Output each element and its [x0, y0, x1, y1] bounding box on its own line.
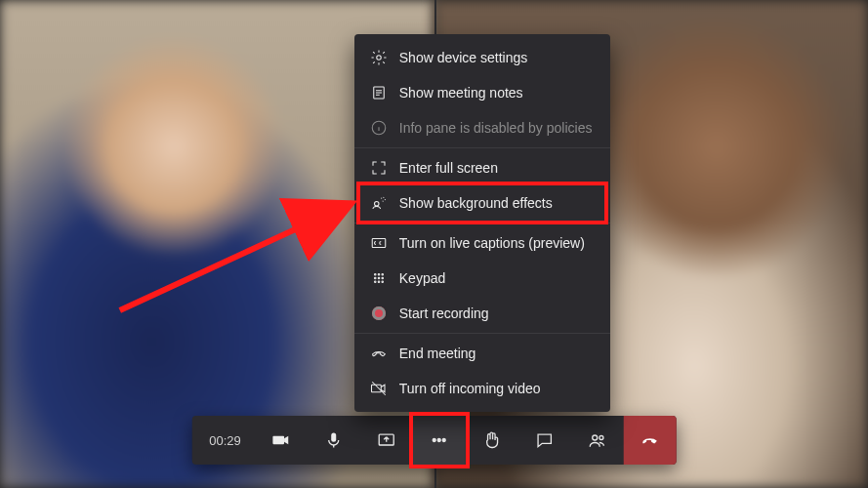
people-icon	[588, 430, 607, 450]
menu-item-full-screen[interactable]: Enter full screen	[354, 150, 610, 185]
background-effects-icon	[370, 194, 388, 212]
svg-rect-0	[331, 433, 336, 442]
svg-point-10	[374, 202, 379, 207]
menu-item-label: Keypad	[399, 270, 445, 286]
menu-item-device-settings[interactable]: Show device settings	[354, 40, 610, 75]
svg-point-6	[599, 436, 603, 440]
chat-icon	[535, 430, 555, 450]
ellipsis-icon	[430, 430, 449, 450]
hand-icon	[482, 430, 502, 450]
mic-toggle-button[interactable]	[308, 416, 360, 465]
svg-point-15	[374, 277, 376, 279]
svg-point-18	[374, 281, 376, 283]
menu-item-label: Show device settings	[399, 50, 528, 65]
notes-icon	[370, 84, 388, 102]
menu-item-live-captions[interactable]: Turn on live captions (preview)	[354, 225, 610, 261]
fullscreen-icon	[370, 159, 388, 177]
svg-point-4	[442, 439, 445, 442]
menu-item-label: Start recording	[399, 305, 489, 321]
menu-item-label: End meeting	[399, 346, 476, 361]
svg-point-17	[382, 277, 384, 279]
end-call-icon	[370, 345, 388, 362]
call-timer: 00:29	[191, 416, 255, 465]
hangup-icon	[641, 430, 660, 450]
video-off-icon	[370, 380, 388, 397]
gear-icon	[370, 49, 388, 66]
svg-point-13	[378, 274, 380, 276]
keypad-icon	[370, 269, 388, 287]
menu-item-start-recording[interactable]: Start recording	[354, 296, 610, 331]
menu-item-label: Enter full screen	[399, 160, 498, 176]
meeting-toolbar: 00:29	[191, 416, 677, 465]
menu-item-end-meeting[interactable]: End meeting	[354, 336, 610, 371]
svg-point-12	[374, 274, 376, 276]
menu-item-label: Info pane is disabled by policies	[399, 120, 593, 136]
raise-hand-button[interactable]	[466, 416, 518, 465]
menu-separator	[354, 147, 610, 148]
camera-toggle-button[interactable]	[255, 416, 308, 465]
menu-item-background-effects[interactable]: Show background effects	[354, 185, 610, 221]
more-actions-button[interactable]	[413, 416, 466, 465]
svg-point-16	[378, 277, 380, 279]
participants-button[interactable]	[571, 416, 624, 465]
menu-item-turn-off-incoming-video[interactable]: Turn off incoming video	[354, 371, 610, 406]
svg-point-7	[377, 56, 382, 61]
menu-item-meeting-notes[interactable]: Show meeting notes	[354, 75, 610, 110]
record-icon	[370, 305, 388, 322]
svg-point-5	[593, 435, 598, 440]
camera-icon	[271, 430, 291, 450]
share-screen-button[interactable]	[360, 416, 413, 465]
menu-item-label: Show background effects	[399, 195, 553, 211]
menu-separator	[354, 333, 610, 334]
svg-point-2	[433, 439, 435, 442]
cc-icon	[370, 234, 388, 252]
menu-item-label: Show meeting notes	[399, 85, 523, 101]
hang-up-button[interactable]	[624, 416, 677, 465]
svg-point-3	[437, 439, 440, 442]
chat-button[interactable]	[518, 416, 571, 465]
menu-item-label: Turn off incoming video	[399, 381, 541, 396]
menu-item-info-pane-disabled: Info pane is disabled by policies	[354, 110, 610, 145]
menu-item-keypad[interactable]: Keypad	[354, 261, 610, 296]
menu-item-label: Turn on live captions (preview)	[399, 235, 585, 251]
svg-point-20	[382, 281, 384, 283]
menu-separator	[354, 223, 610, 224]
info-icon	[370, 119, 388, 137]
more-actions-menu: Show device settings Show meeting notes …	[354, 34, 610, 412]
svg-point-14	[382, 274, 384, 276]
svg-point-19	[378, 281, 380, 283]
share-icon	[377, 430, 396, 450]
mic-icon	[324, 430, 344, 450]
